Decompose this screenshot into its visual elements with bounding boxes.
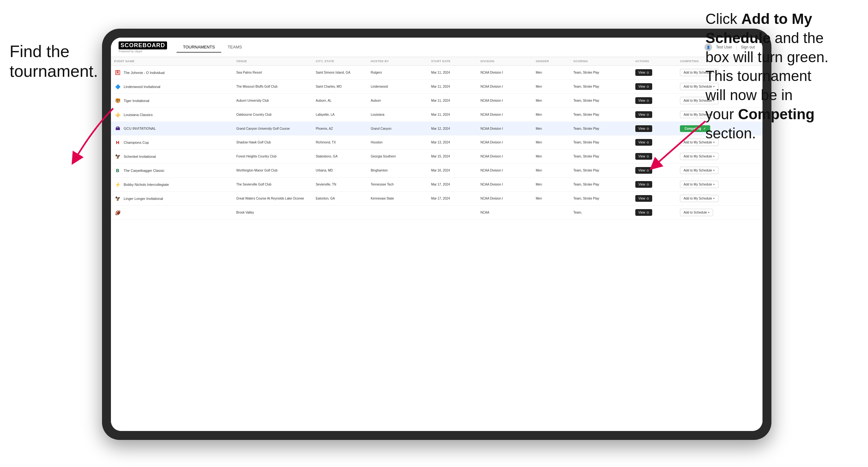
gender-cell: Men [533,94,570,108]
event-name-text: The Johnnie - O Individual [124,71,164,74]
logo-area: SCOREBOARD Powered by clippd [119,41,167,53]
city-cell: Lafayette, LA [312,108,367,122]
city-cell: Phoenix, AZ [312,122,367,135]
start-date-cell: Mar 13, 2024 [428,135,477,150]
col-event-name: EVENT NAME [111,57,233,66]
venue-cell: Sea Palms Resort [233,66,312,80]
hosted-by-cell: Grand Canyon [368,122,428,135]
hosted-by-cell: Binghamton [368,163,428,178]
division-cell: NCAA Division I [477,163,533,178]
team-logo: 🔷 [114,83,121,90]
city-cell: Saint Charles, MO [312,80,367,94]
actions-cell: View ⊙ [632,206,677,220]
venue-cell: The Sevierville Golf Club [233,178,312,192]
division-cell: NCAA Division I [477,108,533,122]
division-cell: NCAA Division I [477,94,533,108]
venue-cell: Oakbourne Country Club [233,108,312,122]
view-button[interactable]: View ⊙ [635,83,652,90]
view-button[interactable]: View ⊙ [635,181,652,188]
hosted-by-cell: Lindenwood [368,80,428,94]
logo-subtitle: Powered by clippd [119,50,167,53]
eye-icon: ⊙ [647,71,649,74]
venue-cell: The Missouri Bluffs Golf Club [233,80,312,94]
view-button[interactable]: View ⊙ [635,209,652,216]
event-name-text: Louisiana Classics [124,113,153,117]
team-logo: 🅁 [114,69,121,76]
hosted-by-cell: Louisiana [368,108,428,122]
event-name-text: GCU INVITATIONAL [124,127,156,130]
nav-tabs: TOURNAMENTS TEAMS [177,42,248,53]
venue-cell: Forest Heights Country Club [233,150,312,163]
view-label: View [639,85,646,88]
event-name-cell: 🏔 GCU INVITATIONAL [114,125,230,132]
team-logo: 🦅 [114,195,121,202]
add-to-schedule-button[interactable]: Add to Schedule + [680,209,713,216]
annotation-left: Find the tournament. [9,41,99,81]
division-cell: NCAA [477,206,533,220]
gender-cell: Men [533,150,570,163]
tablet-screen: SCOREBOARD Powered by clippd TOURNAMENTS… [111,38,763,431]
view-label: View [639,211,646,214]
start-date-cell: Mar 11, 2024 [428,94,477,108]
gender-cell [533,206,570,220]
scoring-cell: Team, Stroke Play [570,122,632,135]
city-cell: Sevierville, TN [312,178,367,192]
col-actions: ACTIONS [632,57,677,66]
actions-cell: View ⊙ [632,192,677,206]
annotation-right: Click Add to MySchedule and thebox will … [706,9,859,143]
team-logo: B [114,167,121,174]
tab-tournaments[interactable]: TOURNAMENTS [177,42,221,53]
view-label: View [639,197,646,200]
col-venue: VENUE [233,57,312,66]
venue-cell: Shadow Hawk Golf Club [233,135,312,150]
city-cell: Richmond, TX [312,135,367,150]
division-cell: NCAA Division I [477,178,533,192]
scoring-cell: Team, Stroke Play [570,80,632,94]
competing-cell: Add to My Schedule + [677,178,763,192]
gender-cell: Men [533,66,570,80]
team-logo: 🦅 [114,153,121,160]
event-name-cell: 🏈 [114,209,230,216]
scoring-cell: Team, Stroke Play [570,66,632,80]
view-button[interactable]: View ⊙ [635,69,652,76]
table-row: 🦅 Linger Longer Invitational Great Water… [111,192,763,206]
city-cell [312,206,367,220]
division-cell: NCAA Division I [477,135,533,150]
team-logo: 🐯 [114,97,121,104]
city-cell: Saint Simons Island, GA [312,66,367,80]
team-logo: H [114,139,121,146]
scoring-cell: Team, Stroke Play [570,108,632,122]
gender-cell: Men [533,163,570,178]
start-date-cell [428,206,477,220]
view-button[interactable]: View ⊙ [635,97,652,104]
gender-cell: Men [533,108,570,122]
gender-cell: Men [533,80,570,94]
start-date-cell: Mar 12, 2024 [428,122,477,135]
table-row: 🅁 The Johnnie - O Individual Sea Palms R… [111,66,763,80]
start-date-cell: Mar 11, 2024 [428,80,477,94]
gender-cell: Men [533,192,570,206]
tab-teams[interactable]: TEAMS [221,42,248,53]
table-row: 🏈 Brook ValleyNCAATeam, View ⊙ Add to Sc… [111,206,763,220]
tablet-frame: SCOREBOARD Powered by clippd TOURNAMENTS… [102,29,771,440]
add-to-schedule-button[interactable]: Add to My Schedule + [680,195,718,202]
hosted-by-cell: Kennesaw State [368,192,428,206]
team-logo: 🏈 [114,209,121,216]
event-name-cell: H Champions Cup [114,139,230,146]
add-schedule-label: Add to My Schedule + [683,197,715,200]
venue-cell: Grand Canyon University Golf Course [233,122,312,135]
event-name-text: Lindenwood Invitational [124,85,160,89]
city-cell: Eatonton, GA [312,192,367,206]
add-to-schedule-button[interactable]: Add to My Schedule + [680,181,718,188]
event-name-text: The Carpetbagger Classic [124,168,164,173]
start-date-cell: Mar 11, 2024 [428,108,477,122]
col-division: DIVISION [477,57,533,66]
table-row: 🐯 Tiger Invitational Auburn University C… [111,94,763,108]
hosted-by-cell: Houston [368,135,428,150]
city-cell: Statesboro, GA [312,150,367,163]
scoring-cell: Team, Stroke Play [570,94,632,108]
add-schedule-label: Add to Schedule + [683,211,710,214]
division-cell: NCAA Division I [477,192,533,206]
event-name-text: Tiger Invitational [124,99,149,103]
view-button[interactable]: View ⊙ [635,195,652,202]
